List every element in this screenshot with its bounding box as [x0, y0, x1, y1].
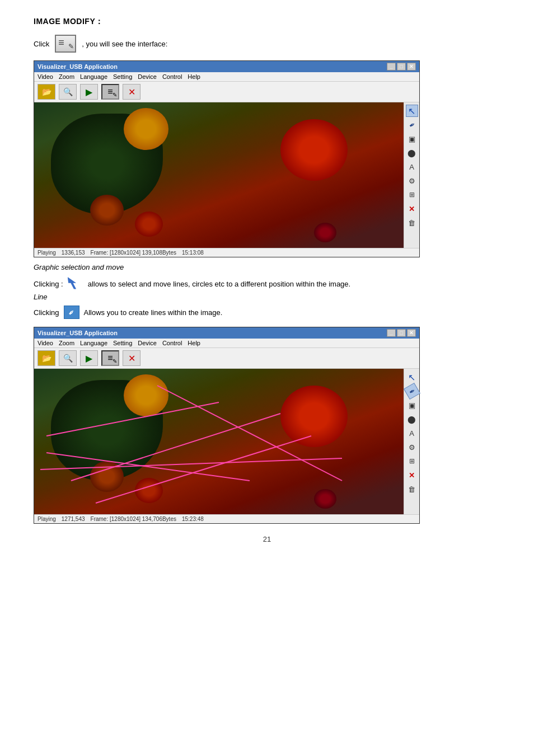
close-button-2[interactable]: ✕	[407, 329, 416, 337]
menu-help-1[interactable]: Help	[188, 73, 200, 80]
close-button-1[interactable]: ✕	[407, 63, 416, 71]
line-tool-icon[interactable]: ✒	[64, 306, 79, 319]
svg-line-4	[40, 458, 342, 469]
select-move-icon-2[interactable]: ↖	[406, 371, 418, 383]
image-area-2	[34, 369, 404, 514]
clicking-line-label: Clicking	[34, 308, 59, 317]
text-icon-1[interactable]: A	[406, 161, 418, 173]
app-title-1: Visualizer_USB Application	[38, 63, 118, 70]
app-title-2: Visualizer_USB Application	[38, 330, 118, 336]
click-description: , you will see the interface:	[82, 40, 167, 48]
toolbar-search-1[interactable]: 🔍	[59, 84, 77, 100]
line-icon-2[interactable]: ✒	[403, 383, 420, 400]
menu-device-1[interactable]: Device	[138, 73, 157, 80]
app-titlebar-2: Visualizer_USB Application _ □ ✕	[34, 327, 419, 339]
app-toolbar-2: 📂 🔍 ▶ ≡✎ ✕	[34, 348, 419, 369]
grid-icon-2[interactable]: ⊞	[406, 455, 418, 467]
app-window-2: Visualizer_USB Application _ □ ✕ Video Z…	[34, 327, 420, 524]
menu-control-1[interactable]: Control	[162, 73, 182, 80]
menu-language-2[interactable]: Language	[80, 340, 107, 346]
modify-button-icon[interactable]	[55, 35, 76, 53]
status-coords-2: 1271,543	[62, 516, 85, 522]
line-icon-1[interactable]: ✒	[403, 116, 420, 133]
side-toolbar-2: ↖ ✒ ▣ ⬤ A ⚙ ⊞ ✕ 🗑	[404, 369, 419, 514]
section-title: IMAGE MODIFY：	[34, 17, 500, 27]
minimize-button-1[interactable]: _	[387, 63, 396, 71]
circle-icon-1[interactable]: ⬤	[406, 147, 418, 159]
svg-line-5	[157, 386, 342, 481]
menu-zoom-2[interactable]: Zoom	[59, 340, 74, 346]
delete-icon-1[interactable]: ✕	[406, 203, 418, 215]
status-time-2: 15:23:48	[182, 516, 204, 522]
menu-zoom-1[interactable]: Zoom	[59, 73, 74, 80]
toolbar-play-1[interactable]: ▶	[80, 84, 98, 100]
line-label: Line	[34, 293, 500, 301]
delete-icon-2[interactable]: ✕	[406, 469, 418, 481]
select-move-tool-icon[interactable]	[68, 277, 83, 290]
app-titlebar-1: Visualizer_USB Application _ □ ✕	[34, 61, 419, 72]
app-menubar-1: Video Zoom Language Setting Device Contr…	[34, 72, 419, 82]
svg-line-0	[46, 402, 219, 436]
graphic-caption: Graphic selection and move	[34, 263, 500, 271]
trash-icon-1[interactable]: 🗑	[406, 217, 418, 229]
menu-help-2[interactable]: Help	[188, 340, 200, 346]
app-toolbar-1: 📂 🔍 ▶ ≡✎ ✕	[34, 82, 419, 102]
menu-device-2[interactable]: Device	[138, 340, 157, 346]
app-statusbar-1: Playing 1336,153 Frame: [1280x1024] 139,…	[34, 248, 419, 257]
settings-icon-2[interactable]: ⚙	[406, 441, 418, 453]
menu-control-2[interactable]: Control	[162, 340, 182, 346]
status-frame-2: Frame: [1280x1024] 134,706Bytes	[91, 516, 176, 522]
clicking-graphic-label: Clicking :	[34, 280, 63, 288]
toolbar-open-1[interactable]: 📂	[38, 84, 55, 100]
rect-icon-2[interactable]: ▣	[406, 399, 418, 411]
menu-video-2[interactable]: Video	[38, 340, 53, 346]
status-playing-1: Playing	[38, 250, 56, 256]
page-number: 21	[34, 535, 500, 543]
app-window-1: Visualizer_USB Application _ □ ✕ Video Z…	[34, 60, 420, 257]
app-statusbar-2: Playing 1271,543 Frame: [1280x1024] 134,…	[34, 514, 419, 523]
menu-setting-2[interactable]: Setting	[113, 340, 132, 346]
clicking-graphic-desc: allows to select and move lines, circles…	[88, 280, 350, 288]
toolbar-modify-1[interactable]: ≡✎	[101, 84, 119, 100]
menu-setting-1[interactable]: Setting	[113, 73, 132, 80]
status-playing-2: Playing	[38, 516, 56, 522]
select-move-icon-1[interactable]: ↖	[406, 105, 418, 117]
status-frame-1: Frame: [1280x1024] 139,108Bytes	[91, 250, 176, 256]
settings-icon-1[interactable]: ⚙	[406, 175, 418, 187]
menu-language-1[interactable]: Language	[80, 73, 107, 80]
circle-icon-2[interactable]: ⬤	[406, 413, 418, 425]
toolbar-play-2[interactable]: ▶	[80, 350, 98, 366]
svg-line-3	[96, 436, 311, 503]
status-time-1: 15:13:08	[182, 250, 204, 256]
toolbar-search-2[interactable]: 🔍	[59, 350, 77, 366]
app-menubar-2: Video Zoom Language Setting Device Contr…	[34, 339, 419, 348]
trash-icon-2[interactable]: 🗑	[406, 483, 418, 495]
grid-icon-1[interactable]: ⊞	[406, 189, 418, 201]
lines-overlay-2	[34, 369, 404, 514]
minimize-button-2[interactable]: _	[387, 329, 396, 337]
click-label: Click	[34, 40, 49, 48]
rect-icon-1[interactable]: ▣	[406, 133, 418, 145]
toolbar-open-2[interactable]: 📂	[38, 350, 55, 366]
svg-line-1	[46, 453, 250, 481]
menu-video-1[interactable]: Video	[38, 73, 53, 80]
clicking-line-desc: Allows you to create lines within the im…	[84, 308, 223, 317]
side-toolbar-1: ↖ ✒ ▣ ⬤ A ⚙ ⊞ ✕ 🗑	[404, 102, 419, 248]
maximize-button-1[interactable]: □	[397, 63, 406, 71]
toolbar-close-1[interactable]: ✕	[123, 84, 140, 100]
toolbar-modify-2[interactable]: ≡✎	[101, 350, 119, 366]
text-icon-2[interactable]: A	[406, 427, 418, 439]
toolbar-close-2[interactable]: ✕	[123, 350, 140, 366]
status-coords-1: 1336,153	[62, 250, 85, 256]
maximize-button-2[interactable]: □	[397, 329, 406, 337]
image-area-1	[34, 102, 404, 248]
